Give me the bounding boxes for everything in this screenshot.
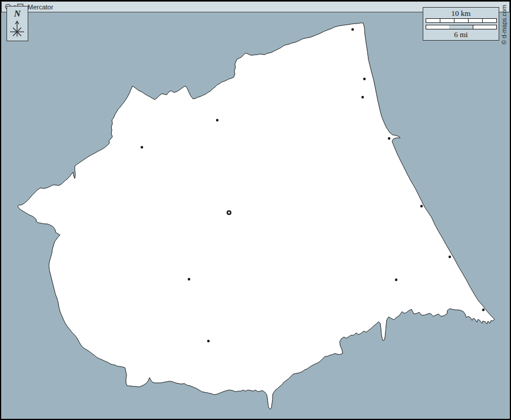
city-dot: [141, 146, 143, 148]
scale-mi-bar: [426, 25, 497, 29]
city-dot: [482, 309, 485, 311]
scale-mi-label: 6 mi: [454, 31, 467, 38]
scale-tick: [440, 19, 440, 22]
capital-ring-marker: [227, 211, 231, 214]
compass-north-label: N: [14, 9, 21, 18]
city-dot: [188, 278, 190, 280]
city-dot: [361, 96, 364, 98]
city-dot: [207, 340, 210, 342]
scale-tick: [473, 25, 473, 29]
scale-tick: [468, 19, 469, 22]
city-dot: [363, 78, 366, 80]
scale-tick: [482, 19, 483, 22]
copyright-attribution: © d-maps.com: [501, 5, 507, 45]
compass-arrow-icon: [7, 19, 28, 40]
scale-segment: [449, 25, 473, 29]
compass-rose: N: [6, 6, 28, 41]
city-dot: [449, 256, 451, 258]
city-dot: [216, 119, 218, 121]
scale-km-label: 10 km: [452, 9, 471, 17]
landmass-shape: [18, 23, 495, 409]
city-dot: [420, 205, 423, 207]
scale-tick: [454, 19, 454, 22]
city-dot: [388, 137, 390, 140]
map-image: [1, 1, 511, 420]
scale-km-bar: [426, 18, 497, 23]
city-dot: [395, 279, 397, 281]
map-background: N Mercator 10 km 6 mi © d-maps.com: [0, 0, 511, 420]
scale-bar: 10 km 6 mi: [423, 7, 499, 41]
city-dot: [351, 28, 354, 31]
